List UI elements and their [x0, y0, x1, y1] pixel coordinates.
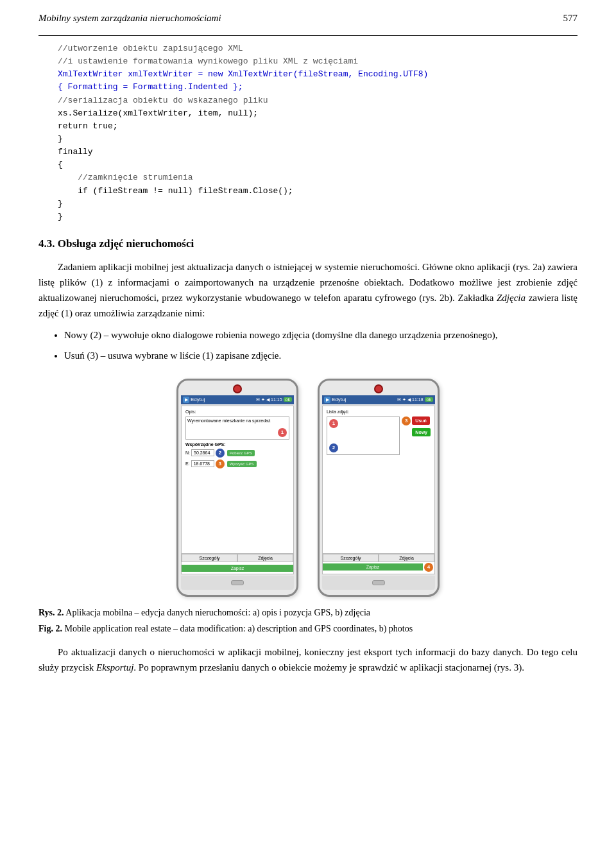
phone-a-gps-row: N: 50.2864 2 Pobierz GPS	[184, 448, 291, 458]
phone-b-screen: Lista zdjęć: 1 2 3 Usuń	[322, 406, 435, 574]
phone-a-save-btn[interactable]: Zapisz	[182, 565, 293, 572]
bullet-item-nowy: Nowy (2) – wywołuje okno dialogowe robie…	[64, 327, 578, 343]
phone-b-badge4: 4	[424, 563, 433, 572]
code-line-9: finally	[58, 147, 93, 157]
figures-row: ▶ Edytuj ✉✦◀ 11:15 ok Opis: Wyremontowan…	[38, 379, 578, 597]
phone-a-gps-n-val: 50.2864	[191, 449, 214, 456]
figure-caption-block: Rys. 2. Aplikacja mobilna – edycja danyc…	[38, 606, 578, 635]
bullet-item-usun: Usuń (3) – usuwa wybrane w liście (1) za…	[64, 348, 578, 363]
section-title: Obsługa zdjęć nieruchomości	[58, 237, 194, 250]
page-header: Mobilny system zarządzania nieruchomości…	[38, 13, 578, 24]
code-line-10: {	[58, 160, 63, 169]
page-number: 577	[563, 13, 578, 24]
phone-a-opis-label: Opis:	[184, 408, 291, 415]
phone-a-badge1: 1	[278, 428, 287, 437]
phone-a-btn-pobierz[interactable]: Pobierz GPS	[227, 450, 255, 456]
phone-a-home-btn[interactable]	[231, 580, 244, 585]
code-line-8: }	[58, 134, 63, 144]
phone-a-btn-wyczysc[interactable]: Wyczyść GPS	[227, 461, 257, 467]
figure-caption-fig: Fig. 2. Mobile application real estate –…	[38, 622, 578, 635]
caption-rys-label: Rys. 2.	[38, 608, 64, 617]
code-line-1: //utworzenie obiektu zapisującego XML	[58, 44, 243, 53]
phone-a-gps-row-e: E: 18.6778 3 Wyczyść GPS	[184, 459, 291, 469]
formatting-keyword-1: Formatting	[68, 82, 118, 92]
phone-b-tab-zdjecia[interactable]: Zdjęcia	[379, 554, 434, 562]
phone-a-bottom	[181, 576, 294, 590]
code-line-11: //zamknięcie strumienia	[58, 173, 193, 182]
code-line-12: if (fileStream != null) fileStream.Close…	[58, 186, 293, 196]
phone-a-badge3: 3	[216, 459, 225, 468]
phone-a-mockup: ▶ Edytuj ✉✦◀ 11:15 ok Opis: Wyremontowan…	[176, 379, 298, 597]
phone-b-btn-usun[interactable]: Usuń	[412, 416, 430, 425]
page: Mobilny system zarządzania nieruchomości…	[0, 0, 616, 867]
caption-fig-label: Fig. 2.	[38, 624, 62, 633]
figure-caption-rys: Rys. 2. Aplikacja mobilna – edycja danyc…	[38, 606, 578, 619]
phone-b-home-btn[interactable]	[372, 580, 385, 585]
phone-a-screen: Opis: Wyremontowane mieszkanie na sprzed…	[181, 406, 294, 574]
caption-rys-text: Aplikacja mobilna – edycja danych nieruc…	[65, 608, 370, 617]
phone-b-btn-nowy[interactable]: Nowy	[412, 428, 431, 436]
phone-b-save-btn[interactable]: Zapisz	[323, 563, 423, 571]
phone-b-photo-list: 1 2	[327, 416, 400, 455]
code-line-7: return true;	[58, 121, 118, 131]
section-num: 4.3.	[38, 237, 55, 250]
phone-b-photo-area: 1 2 3 Usuń Nowy	[325, 415, 432, 456]
code-line-13: }	[58, 199, 63, 209]
phone-a-tab-szczegoly[interactable]: Szczegóły	[182, 554, 237, 562]
code-line-5: //serializacja obiektu do wskazanego pli…	[58, 96, 268, 105]
phone-a-gps-e-val: 18.6778	[191, 460, 214, 467]
closing-paragraph: Po aktualizacji danych o nieruchomości w…	[38, 644, 578, 675]
paragraph-1: Zadaniem aplikacji mobilnej jest aktuali…	[38, 259, 578, 321]
phone-b-badge1: 1	[329, 419, 338, 428]
phone-a-taskbar: ▶ Edytuj ✉✦◀ 11:15 ok	[181, 395, 294, 404]
phone-b-save-row: Zapisz 4	[323, 563, 434, 572]
phone-b-app-label: ▶ Edytuj	[324, 397, 346, 403]
caption-fig-text: Mobile application real estate – data mo…	[64, 624, 413, 633]
phone-b-action-buttons: 3 Usuń Nowy	[402, 416, 431, 436]
phone-b-bottom	[322, 576, 435, 590]
code-line-6: xs.Serialize(xmlTextWriter, item, null);	[58, 108, 258, 118]
phone-a-gps-title: Współrzędne GPS:	[184, 441, 291, 448]
bullet-list: Nowy (2) – wywołuje okno dialogowe robie…	[64, 327, 578, 363]
code-line-2: //i ustawienie formatowania wynikowego p…	[58, 56, 358, 66]
formatting-keyword-2: Formatting	[133, 82, 183, 92]
code-line-14: }	[58, 212, 63, 221]
phone-b-lista-label: Lista zdjęć:	[325, 408, 432, 415]
phone-b-mockup: ▶ Edytuj ✉✦◀ 11:18 ok Lista zdjęć:	[318, 379, 440, 597]
phone-b-nav-tabs: Szczegóły Zdjęcia	[323, 553, 434, 562]
phone-a-nav-tabs: Szczegóły Zdjęcia	[182, 553, 293, 562]
phone-b-tab-szczegoly[interactable]: Szczegóły	[323, 554, 379, 562]
phone-b-icons: ✉✦◀ 11:18 ok	[397, 397, 433, 402]
phone-a-badge2: 2	[216, 449, 225, 458]
phone-a-app-label: ▶ Edytuj	[183, 397, 205, 403]
phone-a-textarea: Wyremontowane mieszkanie na sprzedaż 1	[185, 416, 289, 440]
code-line-4: { Formatting = Formatting.Indented };	[58, 82, 243, 92]
phone-a-icons: ✉✦◀ 11:15 ok	[256, 397, 292, 402]
code-block: //utworzenie obiektu zapisującego XML //…	[38, 42, 578, 223]
phone-b-badge3: 3	[402, 416, 411, 425]
page-header-title: Mobilny system zarządzania nieruchomości…	[38, 13, 221, 24]
header-divider	[38, 35, 578, 36]
phone-b-taskbar: ▶ Edytuj ✉✦◀ 11:18 ok	[322, 395, 435, 404]
section-heading: 4.3. Obsługa zdjęć nieruchomości	[38, 237, 578, 250]
phone-a-tab-zdjecia[interactable]: Zdjęcia	[237, 554, 293, 562]
phone-b-badge2: 2	[329, 443, 338, 452]
code-line-3: XmlTextWriter xmlTextWriter = new XmlTex…	[58, 69, 428, 79]
